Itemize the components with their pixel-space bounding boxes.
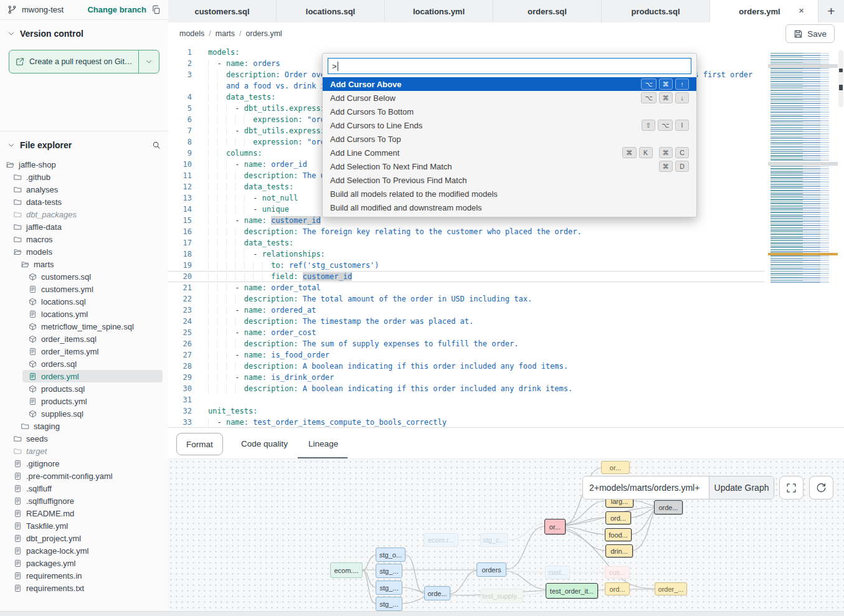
palette-item[interactable]: Add Cursor Above⌥⌘↑ [323,77,696,91]
file-supplies.sql[interactable]: supplies.sql [0,407,168,420]
lineage-node-2[interactable]: ord... [605,511,631,524]
lineage-node-16[interactable]: ecom.... [330,562,363,578]
code-line[interactable]: 31 [168,394,765,405]
palette-item[interactable]: Add Line Comment⌘K⌘C [323,146,696,159]
search-icon[interactable] [152,141,161,149]
file-.gitignore[interactable]: .gitignore [0,457,168,470]
fullscreen-button[interactable] [779,476,804,500]
file-orders.yml[interactable]: orders.yml [0,370,168,382]
code-line[interactable]: 26 description: The sum of supply expens… [168,338,765,349]
create-pr-button[interactable]: Create a pull request on Git… [9,50,139,73]
tab-code-quality[interactable]: Code quality [241,428,288,459]
code-line[interactable]: 33 - name: test_order_items_compute_to_b… [168,417,765,427]
folder-dbt_packages[interactable]: dbt_packages [0,208,168,220]
lineage-node-14[interactable]: stg_c... [480,533,508,547]
palette-item[interactable]: Add Selection To Previous Find Match [323,173,696,187]
folder-data-tests[interactable]: data-tests [0,196,168,208]
folder-analyses[interactable]: analyses [0,183,168,196]
file-README.md[interactable]: README.md [0,507,168,519]
breadcrumb-models[interactable]: models [179,29,204,38]
tab-locations.yml[interactable]: locations.yml [385,0,493,22]
lineage-node-5[interactable]: orde... [654,500,683,514]
file-.pre-commit-config.yaml[interactable]: .pre-commit-config.yaml [0,470,168,482]
format-button[interactable]: Format [176,433,223,455]
refresh-button[interactable] [809,476,833,500]
code-line[interactable]: 30 description: A boolean indicating if … [168,383,765,394]
tab-products.sql[interactable]: products.sql [602,0,710,22]
file-Taskfile.yml[interactable]: Taskfile.yml [0,519,168,532]
lineage-search-input[interactable] [583,476,709,499]
code-line[interactable]: 28 description: A boolean indicating if … [168,361,765,372]
code-line[interactable]: 17 data_tests: [168,237,765,249]
close-icon[interactable]: × [799,5,804,16]
file-explorer-header[interactable]: File explorer [0,131,168,156]
palette-item[interactable]: Add Cursors To Top [323,132,696,146]
code-line[interactable]: 23 - name: ordered_at [168,305,765,316]
tab-orders.sql[interactable]: orders.sql [493,0,602,22]
tab-customers.sql[interactable]: customers.sql [168,0,277,22]
lineage-node-17[interactable]: stg_o... [376,547,405,562]
code-line[interactable]: 25 - name: order_cost [168,327,765,338]
lineage-node-4[interactable]: drin... [605,544,633,557]
code-line[interactable]: 27 - name: is_food_order [168,349,765,361]
folder-macros[interactable]: macros [0,233,168,245]
lineage-node-9[interactable]: or... [544,519,566,534]
editor-scrollbar[interactable] [838,45,844,427]
tab-lineage[interactable]: Lineage [308,428,338,459]
palette-item[interactable]: Build all modified and downstream models [323,201,696,214]
lineage-node-8[interactable]: order_... [655,582,687,595]
code-line[interactable]: 21 - name: order_total [168,282,765,293]
minimap[interactable] [768,53,838,285]
create-pr-dropdown[interactable] [139,50,159,73]
folder-staging[interactable]: staging [0,420,168,432]
lineage-canvas[interactable]: or...larg...ord...food...drin...orde...c… [168,458,844,612]
lineage-node-6[interactable]: cus... [605,566,630,579]
folder-jaffle-data[interactable]: jaffle-data [0,220,168,233]
file-requirements.txt[interactable]: requirements.txt [0,582,168,594]
code-line[interactable]: 20 field: customer_id [168,271,765,282]
folder-models[interactable]: models [0,245,168,258]
lineage-node-13[interactable]: ecom.r... [424,533,458,547]
palette-item[interactable]: Add Selection To Next Find Match⌘D [323,159,696,173]
lineage-node-11[interactable]: orders [477,562,506,577]
lineage-node-0[interactable]: or... [601,461,630,474]
breadcrumb-file[interactable]: orders.yml [246,29,282,38]
file-order_items.sql[interactable]: order_items.sql [0,333,168,345]
lineage-node-21[interactable]: orde... [424,586,450,600]
code-line[interactable]: 22 description: The total amount of the … [168,293,765,305]
tab-locations.sql[interactable]: locations.sql [277,0,385,22]
folder-seeds[interactable]: seeds [0,432,168,445]
lineage-node-15[interactable]: test_supply... [481,589,523,603]
file-products.sql[interactable]: products.sql [0,382,168,395]
breadcrumb-marts[interactable]: marts [216,29,235,38]
lineage-node-7[interactable]: ord... [605,582,630,595]
tab-orders.yml[interactable]: orders.yml× [710,0,818,22]
palette-item[interactable]: Add Cursors to Line Ends⇧⌥I [323,118,696,132]
lineage-node-18[interactable]: stg_... [376,564,402,578]
code-line[interactable]: 19 to: ref('stg_customers') [168,260,765,271]
palette-item[interactable]: Add Cursor Below⌥⌘↓ [323,91,696,105]
lineage-node-3[interactable]: food... [605,528,632,541]
file-orders.sql[interactable]: orders.sql [0,358,168,370]
file-.sqlfluffignore[interactable]: .sqlfluffignore [0,495,168,507]
new-tab-button[interactable]: + [818,0,844,22]
code-line[interactable]: 16 description: The foreign key relating… [168,226,765,237]
code-line[interactable]: 24 description: The timestamp the order … [168,316,765,327]
file-dbt_project.yml[interactable]: dbt_project.yml [0,532,168,544]
file-packages.yml[interactable]: packages.yml [0,557,168,569]
lineage-node-12[interactable]: cust... [545,566,570,579]
lineage-node-20[interactable]: stg_... [376,597,402,611]
code-line[interactable]: 32unit_tests: [168,405,765,417]
lineage-node-10[interactable]: test_order_it... [546,583,598,599]
command-input[interactable]: > [328,58,691,74]
code-line[interactable]: 29 - name: is_drink_order [168,372,765,383]
change-branch-link[interactable]: Change branch [87,5,146,14]
update-graph-button[interactable]: Update Graph [709,476,774,499]
folder-target[interactable]: target [0,445,168,457]
folder-marts[interactable]: marts [0,258,168,270]
file-requirements.in[interactable]: requirements.in [0,569,168,582]
lineage-node-19[interactable]: stg_... [376,580,402,595]
file-locations.sql[interactable]: locations.sql [0,295,168,308]
folder-jaffle-shop[interactable]: jaffle-shop [0,158,168,171]
save-button[interactable]: Save [785,24,835,43]
